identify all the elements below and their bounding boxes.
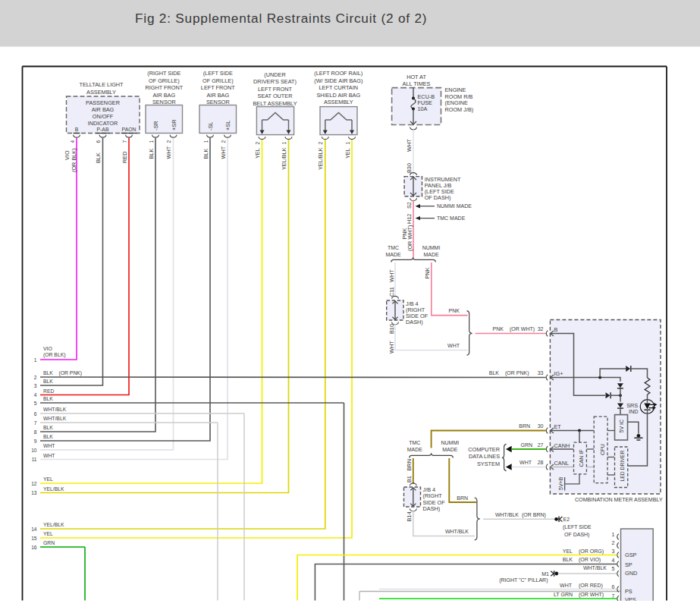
svg-text:WHT: WHT: [43, 453, 55, 458]
svg-text:WHT: WHT: [447, 343, 460, 348]
svg-text:5: 5: [612, 566, 615, 571]
svg-text:CANL: CANL: [554, 460, 569, 467]
svg-text:MADE: MADE: [423, 252, 439, 257]
svg-text:DASH): DASH): [406, 319, 423, 325]
svg-text:(OR WHT): (OR WHT): [407, 225, 413, 251]
svg-text:YEL: YEL: [344, 148, 351, 159]
svg-text:(W/ SIDE AIR BAG): (W/ SIDE AIR BAG): [314, 77, 363, 84]
svg-text:PAON: PAON: [122, 127, 137, 132]
svg-text:YEL: YEL: [43, 531, 53, 536]
svg-text:14: 14: [31, 527, 37, 532]
svg-text:SENSOR: SENSOR: [206, 99, 230, 105]
svg-text:S2: S2: [406, 202, 413, 209]
svg-text:PNK: PNK: [449, 308, 460, 313]
svg-text:5V IC: 5V IC: [619, 420, 624, 433]
svg-text:WHT/BLK: WHT/BLK: [445, 529, 469, 534]
svg-text:PNK: PNK: [493, 326, 504, 332]
svg-text:1: 1: [203, 140, 209, 143]
svg-text:WHT: WHT: [165, 146, 172, 159]
svg-text:OF GRILLE): OF GRILLE): [202, 77, 234, 84]
svg-text:BRN: BRN: [406, 459, 413, 470]
svg-text:WHT/BLK: WHT/BLK: [495, 512, 519, 517]
svg-text:YEL/BLK: YEL/BLK: [317, 147, 324, 170]
svg-text:2: 2: [255, 142, 260, 145]
svg-text:4: 4: [34, 392, 37, 398]
svg-text:CAN IF: CAN IF: [579, 450, 584, 467]
svg-text:YEL/BLK: YEL/BLK: [43, 486, 64, 492]
svg-text:2: 2: [612, 540, 615, 545]
svg-text:7: 7: [612, 593, 615, 599]
svg-text:2: 2: [318, 142, 323, 145]
svg-text:BLK: BLK: [43, 396, 53, 401]
svg-text:BLK: BLK: [43, 379, 53, 384]
svg-text:SEAT OUTER: SEAT OUTER: [258, 93, 293, 99]
svg-text:(UNDER: (UNDER: [264, 71, 285, 78]
svg-text:INDICATOR: INDICATOR: [88, 120, 118, 127]
svg-text:GRN: GRN: [520, 442, 532, 448]
svg-text:10: 10: [31, 448, 37, 453]
svg-text:WHT: WHT: [520, 460, 532, 465]
svg-text:(LEFT SIDE: (LEFT SIDE: [203, 70, 233, 77]
svg-text:WHT: WHT: [43, 443, 55, 448]
svg-text:RED: RED: [121, 152, 128, 163]
svg-text:BRN: BRN: [519, 423, 530, 429]
svg-text:AIR BAG: AIR BAG: [152, 92, 175, 99]
svg-text:NUMMI: NUMMI: [441, 440, 459, 445]
svg-text:M1: M1: [541, 571, 549, 577]
svg-text:ASSEMBLY: ASSEMBLY: [324, 99, 353, 105]
svg-text:2: 2: [221, 140, 226, 143]
svg-text:MADE: MADE: [407, 447, 423, 452]
svg-text:RED: RED: [43, 388, 54, 394]
svg-text:CANH: CANH: [554, 442, 570, 449]
svg-text:(OR RED): (OR RED): [579, 583, 603, 589]
svg-text:5: 5: [34, 401, 37, 406]
svg-text:3: 3: [34, 383, 37, 388]
svg-text:TELLTALE LIGHT: TELLTALE LIGHT: [79, 81, 124, 88]
svg-text:(OR PNK): (OR PNK): [59, 370, 83, 376]
svg-text:+SL: +SL: [224, 121, 231, 130]
svg-text:GSP: GSP: [625, 552, 637, 558]
svg-text:(OR BRN): (OR BRN): [522, 512, 546, 518]
svg-text:+SR: +SR: [171, 120, 177, 130]
svg-text:BRN: BRN: [457, 495, 468, 501]
svg-text:LEFT FRONT: LEFT FRONT: [258, 86, 292, 93]
svg-text:-SL: -SL: [207, 122, 214, 130]
svg-text:MADE: MADE: [385, 252, 401, 257]
svg-text:-SR: -SR: [152, 121, 159, 130]
svg-text:OF GRILLE): OF GRILLE): [149, 77, 180, 84]
svg-text:10A: 10A: [418, 105, 428, 112]
svg-text:HOT AT: HOT AT: [407, 74, 426, 80]
svg-text:1: 1: [612, 532, 615, 537]
svg-text:13: 13: [31, 490, 37, 495]
svg-text:DRIVER'S SEAT): DRIVER'S SEAT): [253, 78, 297, 85]
svg-text:7: 7: [34, 420, 37, 426]
svg-text:WHT/BLK: WHT/BLK: [43, 416, 67, 421]
svg-text:GND: GND: [625, 570, 637, 577]
svg-text:ET: ET: [554, 423, 562, 430]
svg-text:YEL: YEL: [563, 549, 573, 554]
svg-text:P-AB: P-AB: [97, 127, 109, 132]
svg-text:OF DASH): OF DASH): [425, 194, 451, 201]
svg-text:B: B: [75, 127, 79, 132]
svg-text:IG+: IG+: [554, 370, 563, 377]
svg-text:NUMMI: NUMMI: [422, 245, 441, 250]
svg-text:SYSTEM: SYSTEM: [477, 461, 500, 467]
svg-text:WHT: WHT: [388, 269, 395, 282]
svg-text:32: 32: [538, 326, 544, 332]
svg-text:RIGHT FRONT: RIGHT FRONT: [145, 84, 183, 91]
svg-text:PS: PS: [625, 588, 633, 595]
svg-text:1: 1: [345, 142, 350, 145]
svg-text:(RIGHT SIDE: (RIGHT SIDE: [147, 70, 180, 77]
svg-text:B10: B10: [388, 324, 395, 334]
svg-text:12: 12: [31, 481, 37, 486]
svg-text:(LEFT ROOF RAIL): (LEFT ROOF RAIL): [314, 70, 363, 77]
svg-text:VIO: VIO: [64, 150, 71, 160]
svg-text:ALL TIMES: ALL TIMES: [403, 80, 431, 87]
svg-text:TMC: TMC: [409, 440, 420, 445]
svg-text:IND: IND: [629, 408, 639, 415]
svg-text:BLK: BLK: [148, 149, 155, 159]
svg-text:B1: B1: [406, 476, 413, 483]
svg-text:B: B: [554, 326, 558, 333]
svg-text:1: 1: [34, 357, 37, 363]
svg-text:4: 4: [612, 558, 615, 563]
